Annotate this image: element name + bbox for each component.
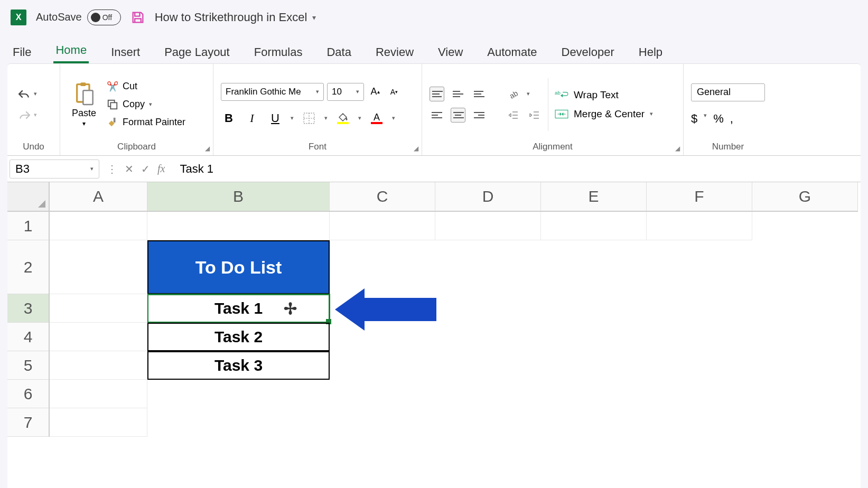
svg-rect-4 xyxy=(110,102,117,109)
merge-center-button[interactable]: Merge & Center ▾ xyxy=(555,108,653,120)
row-header-6[interactable]: 6 xyxy=(7,380,49,408)
undo-button[interactable]: ▾ xyxy=(15,86,39,102)
cell-a2[interactable] xyxy=(50,240,147,294)
cell-b2[interactable]: To Do List xyxy=(147,240,330,294)
format-painter-button[interactable]: Format Painter xyxy=(105,115,188,130)
tab-automate[interactable]: Automate xyxy=(485,41,539,63)
tab-home[interactable]: Home xyxy=(53,39,89,63)
decrease-font-button[interactable]: A▾ xyxy=(386,83,402,101)
spreadsheet-grid[interactable]: A B C D E F G 1 2 3 4 5 6 7 To Do List T… xyxy=(7,182,861,488)
align-middle-button[interactable] xyxy=(451,87,465,101)
cell-c1[interactable] xyxy=(330,212,435,240)
row-header-7[interactable]: 7 xyxy=(7,408,49,437)
borders-button[interactable] xyxy=(301,110,317,126)
increase-font-button[interactable]: A▴ xyxy=(367,83,383,101)
cell-b1[interactable] xyxy=(147,212,330,240)
chevron-down-icon[interactable]: ▾ xyxy=(704,112,707,126)
cell-b4[interactable]: Task 2 xyxy=(147,323,330,351)
cell-a7[interactable] xyxy=(50,408,147,437)
tab-formulas[interactable]: Formulas xyxy=(252,41,305,63)
tab-view[interactable]: View xyxy=(436,41,465,63)
italic-button[interactable]: I xyxy=(244,110,260,126)
insert-function-button[interactable]: fx xyxy=(157,163,165,175)
align-top-button[interactable] xyxy=(430,87,444,101)
formula-options-icon[interactable]: ⋮ xyxy=(107,163,117,175)
font-size-selector[interactable]: 10▾ xyxy=(327,83,364,101)
cell-f1[interactable] xyxy=(647,212,752,240)
arrow-head-icon xyxy=(335,288,365,331)
column-header-c[interactable]: C xyxy=(330,182,435,211)
paste-button[interactable]: Paste ▾ xyxy=(68,79,100,129)
tab-help[interactable]: Help xyxy=(637,41,665,63)
tab-data[interactable]: Data xyxy=(324,41,353,63)
name-box[interactable]: B3 ▾ xyxy=(10,159,99,179)
column-header-a[interactable]: A xyxy=(50,182,147,211)
cell-d1[interactable] xyxy=(435,212,541,240)
cell-a5[interactable] xyxy=(50,351,147,380)
column-header-f[interactable]: F xyxy=(647,182,752,211)
column-header-d[interactable]: D xyxy=(435,182,541,211)
underline-button[interactable]: U xyxy=(267,110,283,126)
row-header-2[interactable]: 2 xyxy=(7,240,49,294)
svg-text:ab: ab xyxy=(555,89,561,95)
chevron-down-icon[interactable]: ▾ xyxy=(392,115,395,121)
enter-formula-button[interactable]: ✓ xyxy=(141,163,150,175)
comma-format-button[interactable]: , xyxy=(730,112,733,126)
font-color-button[interactable]: A xyxy=(369,110,385,126)
cell-e1[interactable] xyxy=(541,212,647,240)
row-header-5[interactable]: 5 xyxy=(7,351,49,380)
column-header-b[interactable]: B xyxy=(147,182,330,211)
copy-button[interactable]: Copy ▾ xyxy=(105,97,188,112)
tab-file[interactable]: File xyxy=(11,41,33,63)
column-header-g[interactable]: G xyxy=(752,182,858,211)
cell-a1[interactable] xyxy=(50,212,147,240)
autosave-control[interactable]: AutoSave Off xyxy=(36,10,121,25)
row-header-1[interactable]: 1 xyxy=(7,212,49,240)
cut-button[interactable]: ✂️ Cut xyxy=(105,79,188,95)
tab-insert[interactable]: Insert xyxy=(109,41,142,63)
align-bottom-button[interactable] xyxy=(472,87,487,101)
save-icon[interactable] xyxy=(130,10,145,25)
row-header-4[interactable]: 4 xyxy=(7,323,49,351)
cell-b3[interactable]: Task 1 ✢ xyxy=(147,294,330,323)
increase-indent-button[interactable] xyxy=(527,108,542,123)
document-title-button[interactable]: How to Strikethrough in Excel ▾ xyxy=(155,11,316,24)
select-all-corner[interactable] xyxy=(7,182,50,212)
number-format-selector[interactable]: General xyxy=(691,83,765,101)
percent-format-button[interactable]: % xyxy=(713,112,724,126)
wrap-text-button[interactable]: ab Wrap Text xyxy=(555,89,653,101)
column-header-e[interactable]: E xyxy=(541,182,647,211)
tab-review[interactable]: Review xyxy=(374,41,416,63)
cell-a3[interactable] xyxy=(50,294,147,323)
align-left-button[interactable] xyxy=(430,108,444,123)
cell-b5[interactable]: Task 3 xyxy=(147,351,330,380)
row-header-3[interactable]: 3 xyxy=(7,294,49,323)
merge-center-label: Merge & Center xyxy=(574,108,645,120)
chevron-down-icon[interactable]: ▾ xyxy=(324,115,328,121)
cell-a6[interactable] xyxy=(50,380,147,408)
formula-input[interactable]: Task 1 xyxy=(172,162,861,176)
wrap-text-icon: ab xyxy=(555,89,568,101)
align-center-button[interactable] xyxy=(451,108,465,123)
tab-page-layout[interactable]: Page Layout xyxy=(162,41,232,63)
svg-text:ab: ab xyxy=(508,89,519,99)
font-launcher-icon[interactable]: ◢ xyxy=(414,145,418,152)
cell-a4[interactable] xyxy=(50,323,147,351)
bold-button[interactable]: B xyxy=(221,110,237,126)
autosave-state: Off xyxy=(102,13,112,22)
redo-button[interactable]: ▾ xyxy=(15,107,39,123)
alignment-launcher-icon[interactable]: ◢ xyxy=(675,145,680,152)
decrease-indent-button[interactable] xyxy=(506,108,520,123)
font-name-selector[interactable]: Franklin Gothic Me▾ xyxy=(221,83,324,101)
chevron-down-icon[interactable]: ▾ xyxy=(358,115,361,121)
chevron-down-icon[interactable]: ▾ xyxy=(291,115,294,121)
align-right-button[interactable] xyxy=(472,108,487,123)
clipboard-launcher-icon[interactable]: ◢ xyxy=(205,145,210,152)
autosave-toggle[interactable]: Off xyxy=(87,10,121,25)
accounting-format-button[interactable]: $ xyxy=(691,112,697,126)
tab-developer[interactable]: Developer xyxy=(559,41,617,63)
cancel-formula-button[interactable]: ✕ xyxy=(125,163,134,175)
chevron-down-icon[interactable]: ▾ xyxy=(527,90,530,97)
orientation-button[interactable]: ab xyxy=(506,87,520,101)
fill-color-button[interactable] xyxy=(335,110,351,126)
